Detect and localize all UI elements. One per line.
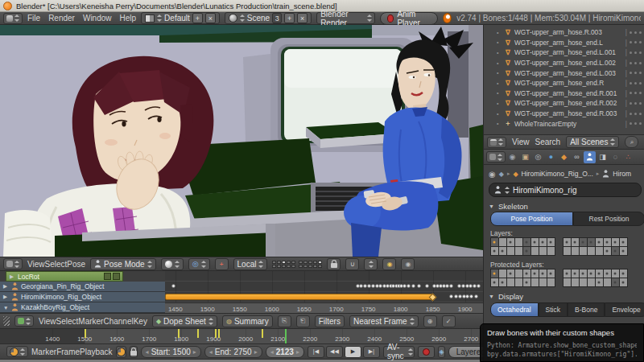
viewport-menu-select[interactable]: Select: [45, 260, 68, 269]
restrict-toggles[interactable]: |: [625, 59, 642, 67]
viewport-layer-cell[interactable]: [287, 265, 291, 268]
dopesheet-menu-marker[interactable]: Marker: [78, 317, 103, 326]
viewport-layer-cell[interactable]: [277, 265, 281, 268]
mute-speaker-icon[interactable]: [104, 273, 111, 280]
keyframe[interactable]: [474, 294, 478, 298]
viewport-shading-dropdown[interactable]: [161, 258, 184, 270]
summary-toggle[interactable]: ◍ Summary: [222, 315, 273, 327]
outliner-menu-view[interactable]: View: [512, 138, 530, 146]
viewport-layer-cell[interactable]: [318, 265, 322, 268]
keyframe[interactable]: [445, 284, 449, 288]
rest-position-button[interactable]: Rest Position: [573, 212, 644, 226]
timeline-menu-frame[interactable]: Frame: [56, 348, 80, 356]
dopesheet-menu-view[interactable]: View: [39, 317, 56, 326]
outliner-item[interactable]: •+WholeTraincarEmpty|: [484, 118, 644, 129]
display-mode-envelope[interactable]: Envelope: [605, 302, 644, 317]
keyframe[interactable]: [449, 284, 453, 288]
outliner-editor-type-button[interactable]: [487, 137, 506, 148]
viewport-layer-cell[interactable]: [277, 261, 281, 264]
timeline-menu-marker[interactable]: Marker: [31, 348, 56, 356]
viewport-layer-cell[interactable]: [308, 261, 312, 264]
display-panel-header[interactable]: ▼ Display: [489, 292, 642, 301]
restrict-dot-icon[interactable]: [634, 102, 637, 105]
outliner-item[interactable]: •∇WGT-upper_arm_hose_end.L.003|: [484, 68, 644, 78]
dopesheet-menu-key[interactable]: Key: [134, 317, 147, 326]
expander-icon[interactable]: ▶: [10, 274, 15, 280]
restrict-dot-icon[interactable]: [639, 51, 642, 54]
display-mode-stick[interactable]: Stick: [539, 302, 568, 317]
skeleton-panel-header[interactable]: ▼ Skeleton: [489, 202, 642, 211]
restrict-dot-icon[interactable]: [634, 51, 637, 54]
render-opengl-anim-icon[interactable]: ◉: [401, 258, 415, 270]
snap-key-icon[interactable]: ✓: [442, 315, 456, 327]
armature-name-field[interactable]: HiromiKimono_rig: [489, 183, 642, 197]
properties-tab-object-data[interactable]: [584, 151, 596, 163]
frame-start-field[interactable]: ◂ Start: 1500 ▸: [141, 346, 201, 358]
restrict-dot-icon[interactable]: [630, 41, 632, 43]
snap-mode-dropdown[interactable]: Nearest Frame: [349, 315, 419, 327]
restrict-dot-icon[interactable]: [630, 122, 632, 125]
paste-keyframes-icon[interactable]: ⎗: [296, 315, 310, 327]
viewport-layer-cell[interactable]: [299, 265, 303, 268]
outliner-item[interactable]: •∇WGT-upper_arm_hose_end.R.001|: [484, 88, 644, 99]
restrict-dot-icon[interactable]: [639, 62, 642, 64]
search-icon[interactable]: ⌕: [625, 136, 638, 148]
current-frame-field[interactable]: ◂ 2123 ▸: [266, 346, 304, 358]
restrict-dot-icon[interactable]: [634, 41, 637, 43]
restrict-dot-icon[interactable]: [639, 41, 642, 43]
outliner-item[interactable]: •∇WGT-upper_arm_hose_end.L.002|: [484, 58, 644, 68]
viewport-layers-widget[interactable]: [272, 261, 322, 268]
restrict-dot-icon[interactable]: [634, 31, 637, 34]
expander-icon[interactable]: ▼: [3, 305, 9, 311]
dopesheet-editor-type-button[interactable]: [14, 315, 34, 327]
delete-layout-button[interactable]: ×: [205, 13, 216, 23]
outliner-item[interactable]: •∇WGT-upper_arm_hose_end.R.002|: [484, 98, 644, 109]
filters-toggle[interactable]: Filters: [315, 315, 345, 327]
play-button[interactable]: ▶: [345, 346, 361, 358]
current-frame-playhead[interactable]: [285, 329, 287, 343]
delete-scene-button[interactable]: ×: [297, 13, 308, 23]
restrict-dot-icon[interactable]: [634, 72, 637, 74]
jump-to-prev-keyframe-button[interactable]: ◀◀: [326, 346, 343, 358]
use-preview-range-icon[interactable]: [116, 346, 126, 358]
dopesheet-channel[interactable]: ▶Georgiana_Pin_Rig_Object: [0, 282, 165, 292]
restrict-toggles[interactable]: |: [625, 99, 642, 107]
keyframe[interactable]: [425, 284, 429, 288]
viewport-menu-view[interactable]: View: [27, 260, 45, 269]
keyframe[interactable]: [461, 284, 465, 288]
anim-player-button[interactable]: Anim Player: [380, 12, 438, 25]
copy-to-selected-icon[interactable]: ⊕: [423, 315, 437, 327]
keyframe[interactable]: [477, 284, 481, 288]
restrict-dot-icon[interactable]: [639, 92, 642, 94]
menu-render[interactable]: Render: [48, 14, 75, 23]
breadcrumb-object[interactable]: HiromiKimono_Rig_O...: [522, 170, 593, 178]
restrict-dot-icon[interactable]: [639, 72, 642, 74]
restrict-dot-icon[interactable]: [630, 113, 632, 115]
layer-toggle[interactable]: [547, 278, 555, 287]
restrict-toggles[interactable]: |: [625, 48, 642, 56]
action-strip-selected[interactable]: [165, 294, 433, 300]
pose-position-button[interactable]: Pose Position: [490, 212, 573, 226]
viewport-layer-cell[interactable]: [282, 265, 286, 268]
dopesheet-frame-ruler[interactable]: 1450150015501600165017001750180018501900: [165, 302, 483, 313]
restrict-dot-icon[interactable]: [630, 72, 632, 74]
restrict-dot-icon[interactable]: [630, 82, 632, 84]
viewport-layer-cell[interactable]: [318, 261, 322, 264]
restrict-dot-icon[interactable]: [630, 31, 632, 34]
keyframe[interactable]: [171, 284, 175, 288]
dopesheet-menu-select[interactable]: Select: [56, 317, 79, 326]
snap-magnet-icon[interactable]: ∪: [345, 258, 359, 270]
timeline-editor-type-button[interactable]: [6, 346, 28, 357]
properties-tab-modifiers[interactable]: ◨: [597, 151, 609, 163]
timeline-marker[interactable]: [262, 329, 263, 338]
properties-tab-constraints[interactable]: ∞: [571, 151, 583, 163]
restrict-toggles[interactable]: |: [625, 79, 642, 87]
restrict-toggles[interactable]: |: [625, 109, 642, 117]
outliner-menu-search[interactable]: Search: [535, 138, 561, 146]
display-mode-b-bone[interactable]: B-Bone: [568, 302, 605, 317]
restrict-dot-icon[interactable]: [630, 51, 632, 54]
viewport-layer-cell[interactable]: [313, 261, 317, 264]
restrict-dot-icon[interactable]: [630, 92, 632, 94]
outliner-display-dropdown[interactable]: All Scenes: [566, 136, 619, 148]
restrict-dot-icon[interactable]: [630, 62, 632, 64]
